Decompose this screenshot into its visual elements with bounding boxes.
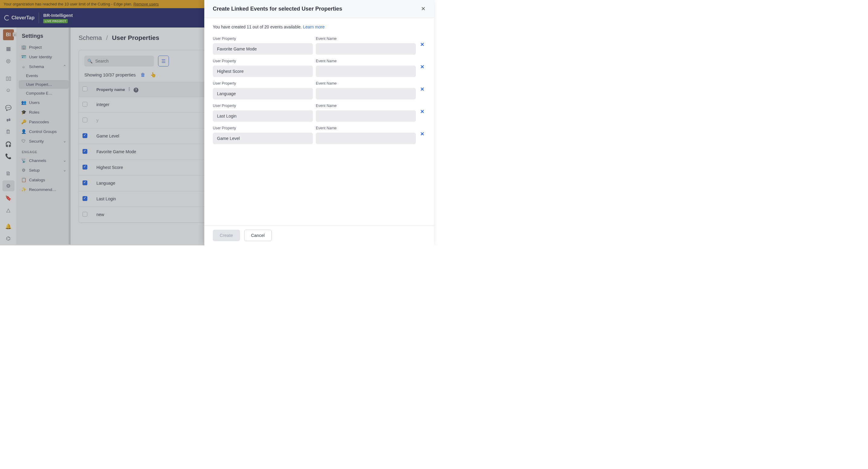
event-name-label: Event Name bbox=[316, 59, 416, 63]
user-property-label: User Property bbox=[213, 37, 313, 41]
create-linked-events-drawer: Create Linked Events for selected User P… bbox=[204, 0, 434, 245]
event-name-input[interactable] bbox=[316, 43, 416, 55]
remove-row-icon[interactable]: ✕ bbox=[419, 64, 426, 70]
drawer-title: Create Linked Events for selected User P… bbox=[213, 6, 342, 12]
drawer-row: User Property Event Name ✕ bbox=[213, 81, 426, 99]
drawer-row: User Property Event Name ✕ bbox=[213, 59, 426, 77]
user-property-input bbox=[213, 133, 313, 144]
event-name-input[interactable] bbox=[316, 133, 416, 144]
user-property-input bbox=[213, 88, 313, 99]
user-property-label: User Property bbox=[213, 81, 313, 86]
event-name-input[interactable] bbox=[316, 88, 416, 99]
modal-scrim[interactable] bbox=[0, 0, 204, 245]
learn-more-link[interactable]: Learn more bbox=[303, 25, 324, 29]
remove-row-icon[interactable]: ✕ bbox=[419, 86, 426, 92]
close-icon[interactable]: ✕ bbox=[421, 5, 426, 12]
user-property-label: User Property bbox=[213, 104, 313, 108]
create-button[interactable]: Create bbox=[213, 230, 240, 241]
cancel-button[interactable]: Cancel bbox=[244, 230, 272, 241]
drawer-info: You have created 11 out of 20 events ava… bbox=[213, 25, 426, 29]
event-name-label: Event Name bbox=[316, 81, 416, 86]
event-name-label: Event Name bbox=[316, 104, 416, 108]
drawer-row: User Property Event Name ✕ bbox=[213, 104, 426, 122]
user-property-label: User Property bbox=[213, 126, 313, 130]
remove-row-icon[interactable]: ✕ bbox=[419, 131, 426, 137]
event-name-label: Event Name bbox=[316, 126, 416, 130]
event-name-label: Event Name bbox=[316, 37, 416, 41]
user-property-input bbox=[213, 43, 313, 55]
drawer-row: User Property Event Name ✕ bbox=[213, 126, 426, 144]
remove-row-icon[interactable]: ✕ bbox=[419, 41, 426, 48]
remove-row-icon[interactable]: ✕ bbox=[419, 108, 426, 115]
drawer-row: User Property Event Name ✕ bbox=[213, 37, 426, 55]
user-property-input bbox=[213, 110, 313, 122]
user-property-input bbox=[213, 66, 313, 77]
event-name-input[interactable] bbox=[316, 66, 416, 77]
event-name-input[interactable] bbox=[316, 110, 416, 122]
user-property-label: User Property bbox=[213, 59, 313, 63]
